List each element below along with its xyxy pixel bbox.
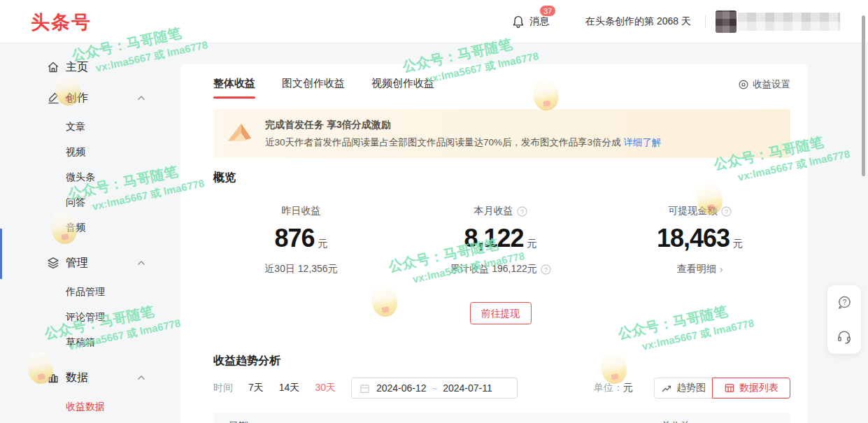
range-14d[interactable]: 14天 bbox=[279, 382, 300, 394]
unit-value: 元 bbox=[623, 382, 633, 393]
calendar-icon bbox=[359, 382, 371, 394]
layers-icon bbox=[46, 256, 60, 270]
banner-title: 完成首发任务 享3倍分成激励 bbox=[265, 119, 662, 131]
svg-text:?: ? bbox=[520, 208, 523, 215]
trend-heading: 收益趋势分析 bbox=[213, 354, 280, 368]
data-list-button[interactable]: 数据列表 bbox=[712, 378, 790, 399]
settings-icon bbox=[738, 79, 749, 90]
sidebar-item-microblog[interactable]: 微头条 bbox=[0, 165, 180, 190]
top-header: 头条号 消息 37 在头条创作的第 2068 天 bbox=[0, 0, 868, 43]
chevron-up-icon[interactable] bbox=[136, 257, 147, 268]
origami-crane-icon bbox=[223, 117, 255, 150]
help-icon[interactable]: ? bbox=[541, 264, 551, 275]
sidebar-item-drafts[interactable]: 草稿箱 bbox=[0, 330, 180, 355]
sidebar-group-label: 管理 bbox=[66, 256, 88, 271]
help-icon[interactable]: ? bbox=[517, 206, 527, 217]
sidebar-item-revenue-data[interactable]: 收益数据 bbox=[0, 394, 180, 420]
help-icon[interactable]: ? bbox=[721, 206, 732, 217]
help-bubble-button[interactable]: ? bbox=[836, 294, 853, 311]
withdraw-row: 前往提现 bbox=[201, 302, 799, 324]
trend-table-header: 日期 总收益 bbox=[213, 413, 790, 423]
stat-withdrawable-amount: 可提现金额? 18,463元 查看明细› bbox=[600, 204, 799, 275]
sidebar-item-audio[interactable]: 音频 bbox=[0, 215, 180, 241]
banner-description: 近30天作者首发作品阅读量占全部图文作品阅读量达70%后，发布图文作品享3倍分成… bbox=[265, 136, 662, 149]
messages-button[interactable]: 消息 37 bbox=[511, 15, 549, 29]
banner-description-text: 近30天作者首发作品阅读量占全部图文作品阅读量达70%后，发布图文作品享3倍分成 bbox=[265, 137, 621, 148]
sidebar-item-videos[interactable]: 视频 bbox=[0, 140, 180, 165]
svg-text:?: ? bbox=[544, 266, 548, 273]
bar-chart-icon bbox=[46, 371, 60, 385]
sidebar-item-qa[interactable]: 问答 bbox=[0, 190, 180, 215]
tab-video-revenue[interactable]: 视频创作收益 bbox=[371, 77, 434, 99]
stat-value: 876元 bbox=[201, 224, 401, 253]
stat-label: 可提现金额 bbox=[669, 205, 718, 217]
floating-help-panel: ? bbox=[827, 285, 861, 354]
trend-filter-row: 时间 7天 14天 30天 2024-06-12 ~ 2024-07-11 单位… bbox=[213, 378, 790, 399]
home-icon bbox=[46, 60, 60, 74]
sidebar-group-label: 数据 bbox=[66, 371, 88, 385]
svg-text:?: ? bbox=[843, 298, 847, 306]
range-7d[interactable]: 7天 bbox=[248, 382, 264, 394]
line-chart-icon bbox=[661, 382, 672, 394]
revenue-settings-label: 收益设置 bbox=[753, 78, 790, 91]
chevron-up-icon[interactable] bbox=[136, 92, 147, 103]
time-label: 时间 bbox=[213, 382, 233, 394]
messages-label: 消息 bbox=[529, 15, 549, 28]
bell-icon bbox=[511, 15, 525, 29]
date-range-picker[interactable]: 2024-06-12 ~ 2024-07-11 bbox=[351, 378, 518, 399]
banner-text: 完成首发任务 享3倍分成激励 近30天作者首发作品阅读量占全部图文作品阅读量达7… bbox=[265, 119, 662, 149]
trend-chart-label: 趋势图 bbox=[676, 382, 706, 394]
sidebar-group-manage[interactable]: 管理 bbox=[0, 246, 180, 280]
stat-unit: 元 bbox=[318, 238, 328, 249]
stat-sub-text: 近30日 12,356元 bbox=[264, 263, 337, 275]
revenue-tabs: 整体收益 图文创作收益 视频创作收益 收益设置 bbox=[213, 77, 790, 99]
stat-value: 8,122元 bbox=[401, 224, 600, 253]
sidebar-group-data[interactable]: 数据 bbox=[0, 361, 180, 394]
stat-number: 8,122 bbox=[464, 224, 523, 252]
banner-detail-link[interactable]: 详细了解 bbox=[624, 137, 662, 148]
left-scroll-indicator[interactable] bbox=[0, 229, 2, 279]
revenue-settings-button[interactable]: 收益设置 bbox=[738, 78, 790, 98]
revenue-panel: 整体收益 图文创作收益 视频创作收益 收益设置 完成首发任务 享3倍分成激励 近… bbox=[180, 64, 808, 423]
sidebar: 主页 创作 文章 视频 微头条 问答 音频 管理 作品管理 评论管理 草稿箱 数… bbox=[0, 43, 180, 423]
sidebar-item-comments[interactable]: 评论管理 bbox=[0, 305, 180, 330]
stat-label: 昨日收益 bbox=[282, 205, 321, 217]
stat-label: 本月收益 bbox=[474, 205, 513, 217]
stat-value: 18,463元 bbox=[600, 224, 799, 253]
header-divider bbox=[705, 15, 706, 28]
pencil-icon bbox=[46, 91, 60, 105]
notification-badge: 37 bbox=[539, 5, 556, 17]
svg-text:?: ? bbox=[724, 208, 727, 215]
unit-indicator: 单位：元 bbox=[594, 382, 633, 394]
tab-overall-revenue[interactable]: 整体收益 bbox=[213, 77, 255, 99]
date-separator: ~ bbox=[432, 383, 438, 394]
sidebar-group-label: 创作 bbox=[66, 91, 88, 106]
sidebar-group-create[interactable]: 创作 bbox=[0, 81, 180, 115]
customer-service-headset-button[interactable] bbox=[836, 329, 853, 345]
tab-article-revenue[interactable]: 图文创作收益 bbox=[282, 77, 345, 99]
withdraw-button[interactable]: 前往提现 bbox=[470, 302, 532, 324]
trend-chart-button[interactable]: 趋势图 bbox=[654, 378, 713, 399]
view-details-text: 查看明细 bbox=[677, 263, 716, 275]
sidebar-item-articles[interactable]: 文章 bbox=[0, 115, 180, 140]
avatar[interactable] bbox=[716, 10, 737, 33]
date-start: 2024-06-12 bbox=[376, 382, 427, 394]
app-logo[interactable]: 头条号 bbox=[31, 10, 92, 35]
range-30d[interactable]: 30天 bbox=[315, 382, 336, 394]
stat-month-revenue: 本月收益? 8,122元 累计收益 196,122元? bbox=[401, 204, 600, 275]
chevron-up-icon[interactable] bbox=[136, 372, 147, 383]
sidebar-item-works[interactable]: 作品管理 bbox=[0, 280, 180, 305]
promo-banner: 完成首发任务 享3倍分成激励 近30天作者首发作品阅读量占全部图文作品阅读量达7… bbox=[213, 109, 790, 158]
vertical-scrollbar[interactable] bbox=[862, 15, 865, 176]
view-toggle: 趋势图 数据列表 bbox=[654, 378, 790, 399]
overview-stats: 昨日收益 876元 近30日 12,356元 本月收益? 8,122元 累计收益… bbox=[201, 204, 799, 275]
username-redacted[interactable] bbox=[738, 13, 840, 31]
data-list-label: 数据列表 bbox=[739, 382, 778, 394]
stat-yesterday-revenue: 昨日收益 876元 近30日 12,356元 bbox=[201, 204, 401, 275]
view-details-link[interactable]: 查看明细› bbox=[677, 263, 723, 275]
table-icon bbox=[724, 382, 735, 394]
overview-heading: 概览 bbox=[213, 171, 236, 185]
stat-number: 18,463 bbox=[657, 224, 730, 252]
sidebar-item-home[interactable]: 主页 bbox=[0, 53, 180, 81]
stat-number: 876 bbox=[274, 224, 314, 252]
